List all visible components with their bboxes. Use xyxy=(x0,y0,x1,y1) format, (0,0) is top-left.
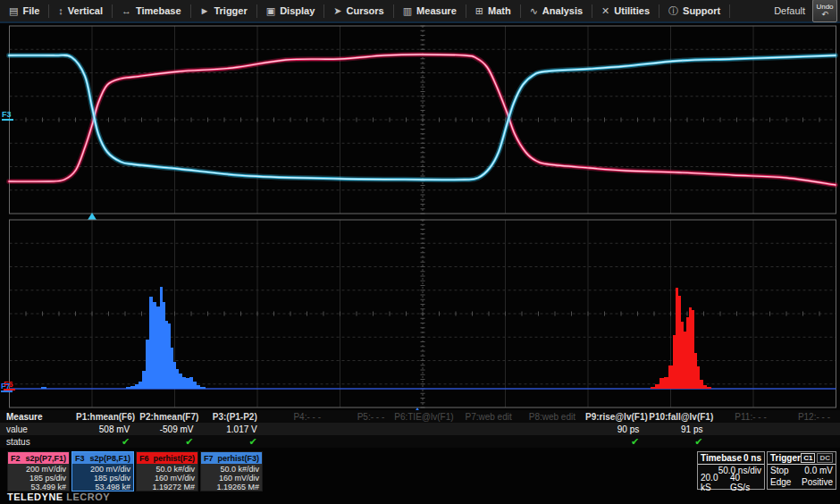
status-check-icon: ✔ xyxy=(204,437,267,447)
menu-separator xyxy=(729,4,730,18)
default-setup-label: Default xyxy=(774,5,805,16)
menu-item-label: Timebase xyxy=(136,5,181,16)
trigger-source-badge: C1 xyxy=(801,453,815,463)
descriptor-line: 200 mV/div xyxy=(26,465,66,474)
measure-header-cell[interactable]: P8:web edit xyxy=(522,412,585,422)
measure-value-row: value508 mV-509 mV1.017 V90 ps91 ps xyxy=(0,423,840,435)
menu-item-label: File xyxy=(22,5,39,16)
status-check-icon: ✔ xyxy=(585,437,649,447)
trigger-title: Trigger xyxy=(770,453,801,463)
support-icon: ⓘ xyxy=(668,6,678,16)
descriptor-line: 160 mV/div xyxy=(219,474,259,483)
timebase-header: Timebase 0 ns xyxy=(698,452,764,465)
blue-histogram xyxy=(41,287,206,389)
menu-item-vertical[interactable]: ↕Vertical xyxy=(49,0,112,21)
measure-header-cell[interactable]: P11:- - - xyxy=(713,412,777,422)
trigger-type-row: Edge Positive xyxy=(768,476,836,488)
menu-item-display[interactable]: ▣Display xyxy=(257,0,324,21)
measure-icon: ▥ xyxy=(403,6,412,16)
trigger-header: Trigger C1 DC xyxy=(768,452,836,465)
measure-table: MeasureP1:hmean(F6)P2:hmean(F7)P3:(P1-P2… xyxy=(0,410,840,448)
trace-id: F3 xyxy=(75,454,85,463)
menu-item-label: Utilities xyxy=(614,5,650,16)
measure-value-cell: -509 mV xyxy=(139,424,203,434)
trigger-box[interactable]: Trigger C1 DC Stop 0.0 mV Edge Positive xyxy=(767,451,836,490)
panel-bottom: F6F7 xyxy=(1,220,836,410)
descriptor-header: F7perhist(F3) xyxy=(201,452,262,464)
menu-item-support[interactable]: ⓘSupport xyxy=(659,0,729,21)
menu-bar: ▤File↕Vertical↔Timebase►Trigger▣Display➤… xyxy=(0,0,840,23)
undo-icon: ↶ xyxy=(821,11,828,19)
menu-item-cursors[interactable]: ➤Cursors xyxy=(324,0,392,21)
timebase-box[interactable]: Timebase 0 ns 50.0 ns/div 20.0 kS 40 GS/… xyxy=(697,451,765,490)
menu-item-trigger[interactable]: ►Trigger xyxy=(191,0,256,21)
analysis-icon: ∿ xyxy=(530,6,538,16)
menu-items: ▤File↕Vertical↔Timebase►Trigger▣Display➤… xyxy=(0,0,730,21)
descriptor-line: 53.498 k# xyxy=(95,483,130,491)
trace-function: perhist(F3) xyxy=(217,454,259,463)
timebase-title: Timebase xyxy=(701,453,742,463)
trace-descriptor-row: F2s2p(P7,F1)200 mV/div185 ps/div53.499 k… xyxy=(7,451,263,491)
math-icon: ⊞ xyxy=(475,6,483,16)
trace-function: s2p(P7,F1) xyxy=(25,454,66,463)
menu-item-label: Vertical xyxy=(68,5,103,16)
measure-header-cell[interactable]: P9:rise@lv(F1) xyxy=(585,412,649,422)
measure-header-cell[interactable]: P10:fall@lv(F1) xyxy=(649,412,712,422)
timebase-offset: 0 ns xyxy=(743,453,761,463)
descriptor-line: 160 mV/div xyxy=(155,474,195,483)
trigger-mode-row: Stop 0.0 mV xyxy=(768,465,836,476)
trace-id: F2 xyxy=(11,454,21,463)
descriptor-line: 185 ps/div xyxy=(29,474,66,483)
menu-item-label: Analysis xyxy=(542,5,583,16)
trace-axis-label-f7: F7 xyxy=(1,382,11,391)
panel-top: F3 xyxy=(2,26,836,220)
measure-value-cell: 1.017 V xyxy=(204,424,267,434)
measure-header-cell[interactable]: P2:hmean(F7) xyxy=(139,412,203,422)
trigger-level: 0.0 mV xyxy=(804,466,833,475)
logo-teledyne: TELEDYNE xyxy=(7,491,63,502)
trace-descriptor-f2[interactable]: F2s2p(P7,F1)200 mV/div185 ps/div53.499 k… xyxy=(7,451,70,491)
menu-item-label: Trigger xyxy=(214,5,247,16)
menu-item-label: Support xyxy=(683,5,720,16)
menu-item-file[interactable]: ▤File xyxy=(0,0,48,21)
file-icon: ▤ xyxy=(9,6,18,16)
menu-right: Default Undo ↶ xyxy=(774,0,840,22)
measure-row-label: value xyxy=(0,424,76,434)
measure-header-cell[interactable]: P3:(P1-P2) xyxy=(204,412,267,422)
descriptor-body: 50.0 k#/div160 mV/div1.19272 M# xyxy=(137,464,197,491)
menu-item-utilities[interactable]: ✕Utilities xyxy=(592,0,659,21)
menu-item-measure[interactable]: ▥Measure xyxy=(394,0,466,21)
measure-header-cell[interactable]: P6:TIE@lv(F1) xyxy=(394,412,458,422)
descriptor-line: 185 ps/div xyxy=(94,474,130,483)
trace-function: perhist(F2) xyxy=(153,454,195,463)
measure-header-cell[interactable]: P5:- - - xyxy=(331,412,394,422)
trace-descriptor-f7[interactable]: F7perhist(F3)50.0 k#/div160 mV/div1.1926… xyxy=(200,451,263,491)
timebase-rate: 40 GS/s xyxy=(730,473,761,492)
status-check-icon: ✔ xyxy=(139,437,203,447)
menu-item-math[interactable]: ⊞Math xyxy=(466,0,520,21)
logo-lecroy: LECROY xyxy=(66,491,110,502)
measure-header-cell[interactable]: P1:hmean(F6) xyxy=(76,412,139,422)
descriptor-line: 1.19272 M# xyxy=(152,483,195,491)
measure-value-cell: 508 mV xyxy=(76,424,139,434)
trace-descriptor-f3[interactable]: F3s2p(P8,F1)200 mV/div185 ps/div53.498 k… xyxy=(71,451,134,491)
status-check-icon: ✔ xyxy=(76,437,139,447)
measure-header-cell[interactable]: P7:web edit xyxy=(458,412,522,422)
menu-item-analysis[interactable]: ∿Analysis xyxy=(521,0,592,21)
trace-descriptor-f6[interactable]: F6perhist(F2)50.0 k#/div160 mV/div1.1927… xyxy=(136,451,198,491)
trigger-badges: C1 DC xyxy=(801,453,833,463)
measure-header-cell[interactable]: P12:- - - xyxy=(777,412,840,422)
timebase-samples: 20.0 kS xyxy=(701,473,730,492)
status-check-icon: ✔ xyxy=(649,437,712,447)
undo-button[interactable]: Undo ↶ xyxy=(812,0,837,22)
measure-header-cell[interactable]: P4:- - - xyxy=(267,412,331,422)
menu-item-timebase[interactable]: ↔Timebase xyxy=(113,0,190,21)
trace-id: F7 xyxy=(204,454,214,463)
descriptor-body: 50.0 k#/div160 mV/div1.19265 M# xyxy=(201,464,262,491)
descriptor-line: 1.19265 M# xyxy=(216,483,259,491)
scope-display: F3F6F7 xyxy=(0,23,840,410)
trigger-icon: ► xyxy=(200,6,210,16)
descriptor-line: 50.0 k#/div xyxy=(220,465,259,474)
measure-row-label: Measure xyxy=(0,412,76,422)
timebase-icon: ↔ xyxy=(122,6,131,16)
